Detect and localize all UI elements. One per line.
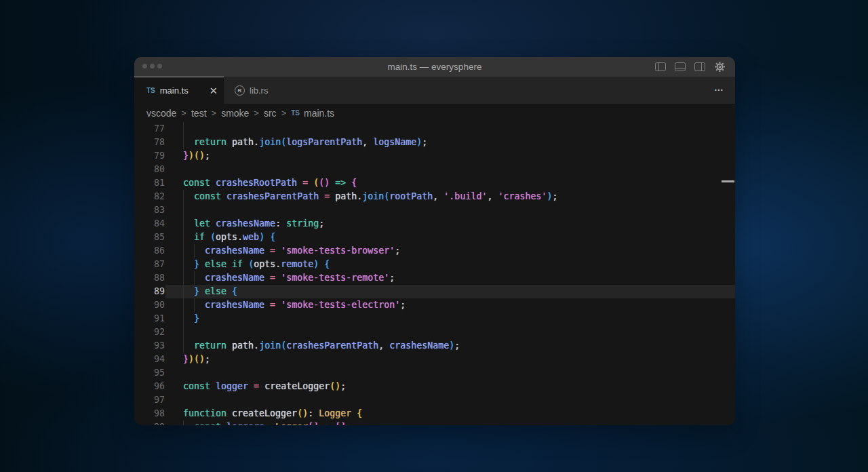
code-text: })(); — [183, 149, 210, 163]
code-text: if (opts.web) { — [183, 231, 275, 244]
line-number: 96 — [134, 380, 165, 393]
code-text: const loggers: Logger[] = []; — [183, 420, 351, 425]
code-text: let crashesName: string; — [183, 217, 324, 231]
code-text: return path.join(logsParentPath, logsNam… — [183, 136, 427, 149]
code-text: } else { — [183, 285, 237, 298]
tab-lib-rs[interactable]: R lib.rs — [224, 77, 298, 104]
indent-guide — [183, 203, 184, 217]
code-text: crashesName = 'smoke-tests-browser'; — [183, 244, 400, 258]
line-number: 91 — [134, 312, 165, 326]
breadcrumb-item-smoke[interactable]: smoke — [221, 108, 249, 119]
code-text: return path.join(crashesParentPath, cras… — [183, 339, 460, 353]
code-line-89[interactable]: 89 } else { — [134, 285, 735, 298]
typescript-file-icon: TS — [146, 87, 155, 94]
code-line-94[interactable]: 94})(); — [134, 353, 735, 366]
code-line-96[interactable]: 96const logger = createLogger(); — [134, 380, 735, 393]
code-line-95[interactable]: 95 — [134, 366, 735, 380]
window-title: main.ts — everysphere — [134, 57, 735, 77]
breadcrumb-item-src[interactable]: src — [264, 108, 277, 119]
line-number: 83 — [134, 203, 165, 217]
indent-guide — [183, 326, 184, 339]
settings-gear-icon[interactable] — [714, 61, 726, 73]
line-number: 79 — [134, 149, 165, 163]
line-number: 90 — [134, 298, 165, 312]
code-line-97[interactable]: 97 — [134, 393, 735, 407]
layout-sidebar-left-icon[interactable] — [655, 62, 666, 71]
line-number: 81 — [134, 176, 165, 190]
breadcrumb[interactable]: vscode>test>smoke>src>TSmain.ts — [134, 104, 735, 122]
line-number: 99 — [134, 420, 165, 425]
code-line-92[interactable]: 92 — [134, 326, 735, 339]
breadcrumb-separator-icon: > — [212, 108, 217, 118]
line-number: 92 — [134, 326, 165, 339]
breadcrumb-file-name[interactable]: main.ts — [304, 108, 334, 119]
overview-ruler-marker — [722, 180, 734, 182]
tab-close-icon[interactable]: ✕ — [210, 77, 218, 104]
code-line-86[interactable]: 86 crashesName = 'smoke-tests-browser'; — [134, 244, 735, 258]
code-text: function createLogger(): Logger { — [183, 407, 362, 420]
line-number: 80 — [134, 163, 165, 176]
code-line-80[interactable]: 80 — [134, 163, 735, 176]
code-text: const crashesParentPath = path.join(root… — [183, 190, 558, 203]
code-line-85[interactable]: 85 if (opts.web) { — [134, 231, 735, 244]
line-number: 77 — [134, 122, 165, 136]
breadcrumb-item-vscode[interactable]: vscode — [146, 108, 176, 119]
code-text: const crashesRootPath = (() => { — [183, 176, 357, 190]
tab-more-actions-icon[interactable]: ⋯ — [714, 77, 724, 104]
code-line-98[interactable]: 98function createLogger(): Logger { — [134, 407, 735, 420]
tab-main-ts-label: main.ts — [160, 85, 189, 96]
breadcrumb-separator-icon: > — [281, 108, 287, 118]
code-line-93[interactable]: 93 return path.join(crashesParentPath, c… — [134, 339, 735, 353]
tab-bar: TS main.ts ✕ R lib.rs ⋯ — [134, 77, 735, 104]
code-line-84[interactable]: 84 let crashesName: string; — [134, 217, 735, 231]
line-number: 88 — [134, 271, 165, 285]
layout-sidebar-right-icon[interactable] — [694, 62, 705, 71]
code-line-77[interactable]: 77 — [134, 122, 735, 136]
code-text: const logger = createLogger(); — [183, 380, 346, 393]
code-line-78[interactable]: 78 return path.join(logsParentPath, logs… — [134, 136, 735, 149]
breadcrumb-separator-icon: > — [254, 108, 259, 118]
breadcrumb-item-test[interactable]: test — [191, 108, 207, 119]
code-line-82[interactable]: 82 const crashesParentPath = path.join(r… — [134, 190, 735, 203]
vscode-window: main.ts — everysphere — [134, 57, 735, 425]
rust-file-icon: R — [235, 85, 245, 96]
line-number: 84 — [134, 217, 165, 231]
tab-lib-rs-label: lib.rs — [250, 85, 268, 96]
current-line-highlight — [165, 285, 735, 298]
layout-panel-icon[interactable] — [675, 62, 686, 71]
line-number: 94 — [134, 353, 165, 366]
breadcrumb-file-ts-icon: TS — [291, 109, 300, 117]
line-number: 98 — [134, 407, 165, 420]
titlebar[interactable]: main.ts — everysphere — [134, 57, 735, 77]
line-number: 97 — [134, 393, 165, 407]
code-line-99[interactable]: 99 const loggers: Logger[] = []; — [134, 420, 735, 425]
code-line-87[interactable]: 87 } else if (opts.remote) { — [134, 258, 735, 271]
code-text: } else if (opts.remote) { — [183, 258, 330, 271]
code-line-81[interactable]: 81const crashesRootPath = (() => { — [134, 176, 735, 190]
code-line-83[interactable]: 83 — [134, 203, 735, 217]
code-line-91[interactable]: 91 } — [134, 312, 735, 326]
breadcrumb-separator-icon: > — [181, 108, 186, 118]
line-number: 87 — [134, 258, 165, 271]
code-text: crashesName = 'smoke-tests-electron'; — [183, 298, 406, 312]
tab-main-ts[interactable]: TS main.ts ✕ — [134, 77, 224, 104]
line-number: 93 — [134, 339, 165, 353]
code-text: crashesName = 'smoke-tests-remote'; — [183, 271, 395, 285]
line-number: 78 — [134, 136, 165, 149]
code-text: })(); — [183, 353, 210, 366]
line-number: 85 — [134, 231, 165, 244]
code-text: } — [183, 312, 199, 326]
code-line-79[interactable]: 79})(); — [134, 149, 735, 163]
indent-guide — [183, 122, 184, 136]
code-editor[interactable]: 7778 return path.join(logsParentPath, lo… — [134, 122, 735, 425]
line-number: 82 — [134, 190, 165, 203]
line-number: 86 — [134, 244, 165, 258]
code-line-88[interactable]: 88 crashesName = 'smoke-tests-remote'; — [134, 271, 735, 285]
line-number: 95 — [134, 366, 165, 380]
line-number: 89 — [134, 285, 165, 298]
code-line-90[interactable]: 90 crashesName = 'smoke-tests-electron'; — [134, 298, 735, 312]
